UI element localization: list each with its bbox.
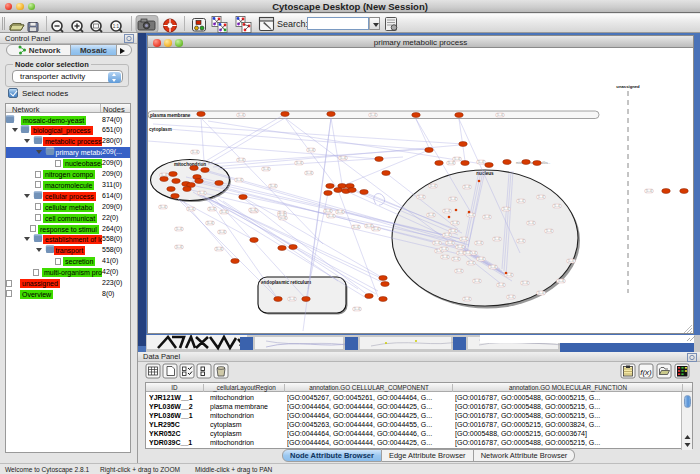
svg-text:[5--4]: [5--4]: [522, 281, 529, 285]
svg-text:[5--4]: [5--4]: [306, 171, 313, 175]
svg-text:[5--4]: [5--4]: [216, 247, 223, 251]
svg-text:[5--4]: [5--4]: [456, 269, 463, 273]
svg-text:[5--4]: [5--4]: [450, 229, 457, 233]
svg-text:[5--4]: [5--4]: [199, 191, 206, 195]
svg-text:[5--4]: [5--4]: [337, 210, 344, 214]
svg-text:[5--4]: [5--4]: [461, 237, 468, 241]
svg-text:[5--4]: [5--4]: [370, 113, 377, 117]
svg-text:[5--4]: [5--4]: [447, 241, 454, 245]
svg-text:[5--4]: [5--4]: [508, 295, 515, 299]
svg-text:[5--4]: [5--4]: [465, 251, 472, 255]
svg-text:f(x): f(x): [640, 368, 652, 377]
svg-text:[5--4]: [5--4]: [444, 233, 451, 237]
svg-text:[5--4]: [5--4]: [238, 113, 245, 117]
svg-text:[5--4]: [5--4]: [494, 237, 501, 241]
svg-text:[5--4]: [5--4]: [568, 259, 575, 263]
svg-text:1:1: 1:1: [113, 24, 120, 29]
svg-text:[5--4]: [5--4]: [442, 255, 449, 259]
svg-text:[5--4]: [5--4]: [263, 167, 270, 171]
svg-text:[5--4]: [5--4]: [209, 207, 216, 211]
svg-text:[5--4]: [5--4]: [328, 214, 335, 218]
svg-text:[5--4]: [5--4]: [478, 160, 485, 164]
svg-text:[5--4]: [5--4]: [518, 199, 525, 203]
svg-text:[5--4]: [5--4]: [176, 245, 183, 249]
svg-text:[5--4]: [5--4]: [452, 221, 459, 225]
svg-text:[5--4]: [5--4]: [464, 297, 471, 301]
svg-text:[5--4]: [5--4]: [279, 213, 286, 217]
svg-text:[5--4]: [5--4]: [484, 215, 491, 219]
svg-text:[5--4]: [5--4]: [160, 205, 167, 209]
svg-text:[5--4]: [5--4]: [646, 189, 653, 193]
svg-text:[5--4]: [5--4]: [289, 297, 296, 301]
svg-text:[5--4]: [5--4]: [308, 148, 315, 152]
svg-text:[5--4]: [5--4]: [430, 184, 437, 188]
svg-text:[5--4]: [5--4]: [221, 210, 228, 214]
svg-text:[5--4]: [5--4]: [498, 283, 505, 287]
svg-text:unassigned: unassigned: [616, 84, 640, 89]
svg-text:[5--4]: [5--4]: [192, 150, 199, 154]
svg-text:[5--4]: [5--4]: [518, 239, 525, 243]
svg-text:[5--4]: [5--4]: [558, 279, 565, 283]
svg-text:[5--4]: [5--4]: [236, 178, 243, 182]
svg-text:[5--4]: [5--4]: [296, 161, 303, 165]
svg-text:[5--4]: [5--4]: [366, 224, 373, 228]
svg-text:[5--4]: [5--4]: [490, 265, 497, 269]
svg-text:[5--4]: [5--4]: [464, 185, 471, 189]
svg-text:[5--4]: [5--4]: [454, 157, 461, 161]
svg-text:[5--4]: [5--4]: [188, 207, 195, 211]
svg-text:[5--4]: [5--4]: [325, 209, 332, 213]
svg-text:endoplasmic reticulum: endoplasmic reticulum: [261, 280, 311, 285]
svg-text:[5--4]: [5--4]: [219, 230, 226, 234]
svg-text:mitochondrion: mitochondrion: [174, 162, 206, 167]
svg-text:[5--4]: [5--4]: [340, 156, 347, 160]
svg-text:[5--4]: [5--4]: [238, 158, 245, 162]
svg-text:[5--4]: [5--4]: [270, 184, 277, 188]
svg-text:[5--4]: [5--4]: [474, 279, 481, 283]
svg-text:[5--4]: [5--4]: [373, 227, 380, 231]
svg-text:[5--4]: [5--4]: [497, 113, 504, 117]
svg-text:[5--4]: [5--4]: [528, 221, 535, 225]
svg-text:[5--4]: [5--4]: [476, 241, 483, 245]
svg-text:plasma membrane: plasma membrane: [150, 113, 191, 118]
svg-text:[5--4]: [5--4]: [250, 208, 257, 212]
svg-text:[5--4]: [5--4]: [538, 195, 545, 199]
svg-text:[5--4]: [5--4]: [448, 161, 455, 165]
svg-text:[5--4]: [5--4]: [418, 195, 425, 199]
svg-text:[5--4]: [5--4]: [468, 213, 475, 217]
svg-text:[5--4]: [5--4]: [554, 204, 561, 208]
svg-text:[5--4]: [5--4]: [468, 261, 475, 265]
svg-text:[5--4]: [5--4]: [478, 257, 485, 261]
svg-text:[5--4]: [5--4]: [354, 307, 361, 311]
svg-text:[5--4]: [5--4]: [176, 227, 183, 231]
svg-text:[5--4]: [5--4]: [428, 213, 435, 217]
svg-text:[5--4]: [5--4]: [434, 241, 441, 245]
svg-text:[5--4]: [5--4]: [503, 207, 510, 211]
svg-text:[5--4]: [5--4]: [353, 225, 360, 229]
svg-text:[5--4]: [5--4]: [538, 291, 545, 295]
svg-text:[5--4]: [5--4]: [457, 245, 464, 249]
svg-text:[5--4]: [5--4]: [441, 247, 448, 251]
svg-text:[5--4]: [5--4]: [453, 257, 460, 261]
svg-text:[5--4]: [5--4]: [546, 229, 553, 233]
svg-text:[5--4]: [5--4]: [207, 221, 214, 225]
svg-text:[5--4]: [5--4]: [444, 209, 451, 213]
svg-text:[5--4]: [5--4]: [450, 197, 457, 201]
